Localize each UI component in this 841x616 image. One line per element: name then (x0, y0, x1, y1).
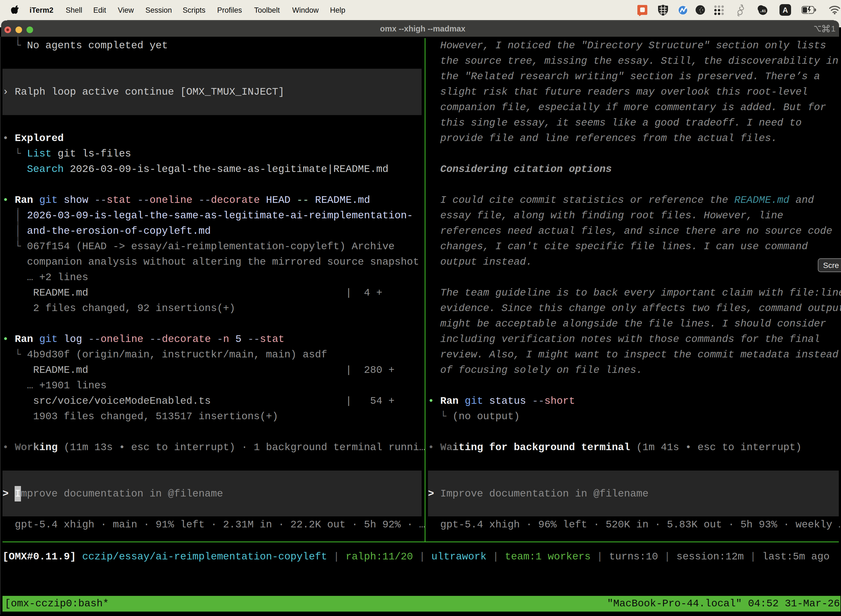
svg-text:..61: ..61 (760, 9, 766, 13)
